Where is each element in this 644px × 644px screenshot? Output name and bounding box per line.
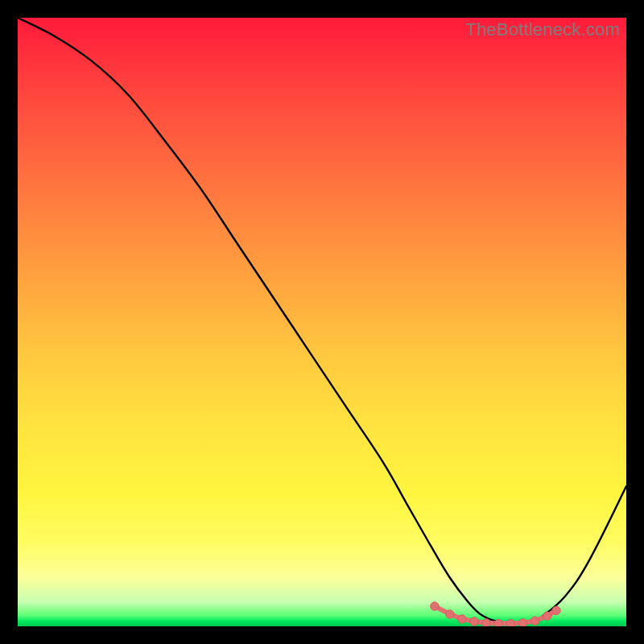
optimal-range-dot (458, 615, 466, 623)
optimal-range-markers (431, 602, 561, 626)
optimal-range-dot (518, 619, 526, 626)
bottleneck-curve (18, 18, 626, 623)
optimal-range-dot (431, 602, 439, 610)
optimal-range-dot (470, 617, 478, 625)
optimal-range-dot (552, 606, 560, 614)
optimal-range-dot (506, 619, 514, 626)
optimal-range-dot (530, 617, 539, 625)
chart-svg (18, 18, 626, 626)
optimal-range-dot (543, 612, 551, 620)
chart-frame: TheBottleneck.com (18, 18, 626, 626)
optimal-range-dot (446, 610, 454, 618)
optimal-range-dot (482, 619, 490, 626)
optimal-range-dot (494, 619, 502, 626)
